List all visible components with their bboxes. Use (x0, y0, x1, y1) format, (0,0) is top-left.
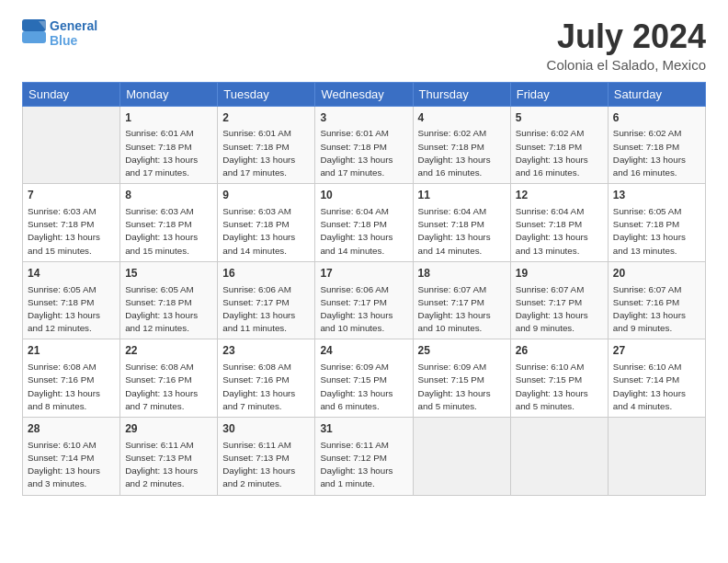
calendar-cell (23, 106, 120, 184)
day-number: 27 (613, 343, 700, 359)
weekday-header-tuesday: Tuesday (218, 82, 315, 106)
day-info: Sunrise: 6:05 AMSunset: 7:18 PMDaylight:… (613, 205, 700, 258)
day-info: Sunrise: 6:03 AMSunset: 7:18 PMDaylight:… (28, 205, 115, 258)
day-number: 11 (418, 188, 506, 203)
calendar-cell: 25Sunrise: 6:09 AMSunset: 7:15 PMDayligh… (413, 339, 510, 418)
calendar-cell: 6Sunrise: 6:02 AMSunset: 7:18 PMDaylight… (608, 106, 705, 184)
day-info: Sunrise: 6:02 AMSunset: 7:18 PMDaylight:… (613, 127, 700, 179)
day-info: Sunrise: 6:11 AMSunset: 7:12 PMDaylight:… (320, 439, 407, 491)
logo-text-blue: Blue (50, 33, 77, 48)
day-info: Sunrise: 6:02 AMSunset: 7:18 PMDaylight:… (516, 127, 603, 179)
calendar-week-2: 7Sunrise: 6:03 AMSunset: 7:18 PMDaylight… (23, 184, 706, 262)
day-number: 3 (320, 110, 407, 126)
calendar-cell: 11Sunrise: 6:04 AMSunset: 7:18 PMDayligh… (413, 184, 510, 262)
logo-text-general: General (50, 18, 97, 33)
day-number: 9 (222, 188, 310, 203)
calendar-cell: 5Sunrise: 6:02 AMSunset: 7:18 PMDaylight… (510, 106, 608, 184)
day-info: Sunrise: 6:04 AMSunset: 7:18 PMDaylight:… (320, 205, 407, 258)
day-info: Sunrise: 6:03 AMSunset: 7:18 PMDaylight:… (125, 205, 212, 258)
day-number: 13 (613, 188, 700, 203)
day-number: 4 (418, 110, 506, 126)
day-number: 23 (222, 343, 310, 359)
logo-icon (22, 19, 46, 43)
day-number: 26 (516, 343, 603, 359)
day-number: 14 (28, 266, 115, 282)
day-info: Sunrise: 6:06 AMSunset: 7:17 PMDaylight:… (222, 283, 310, 336)
calendar-cell (608, 418, 705, 496)
calendar-cell: 18Sunrise: 6:07 AMSunset: 7:17 PMDayligh… (413, 261, 510, 339)
day-info: Sunrise: 6:11 AMSunset: 7:13 PMDaylight:… (222, 439, 310, 491)
day-number: 21 (28, 343, 115, 359)
day-number: 31 (320, 421, 407, 437)
calendar-cell: 4Sunrise: 6:02 AMSunset: 7:18 PMDaylight… (413, 106, 510, 184)
day-info: Sunrise: 6:09 AMSunset: 7:15 PMDaylight:… (418, 361, 506, 413)
calendar-cell: 28Sunrise: 6:10 AMSunset: 7:14 PMDayligh… (23, 418, 120, 496)
day-number: 25 (418, 343, 506, 359)
calendar-cell (413, 418, 510, 496)
title-block: July 2024 Colonia el Salado, Mexico (547, 18, 706, 73)
day-info: Sunrise: 6:07 AMSunset: 7:16 PMDaylight:… (613, 283, 700, 336)
calendar-week-3: 14Sunrise: 6:05 AMSunset: 7:18 PMDayligh… (23, 261, 706, 339)
day-info: Sunrise: 6:05 AMSunset: 7:18 PMDaylight:… (28, 283, 115, 336)
calendar-week-4: 21Sunrise: 6:08 AMSunset: 7:16 PMDayligh… (23, 339, 706, 418)
day-number: 19 (516, 266, 603, 282)
calendar-cell: 14Sunrise: 6:05 AMSunset: 7:18 PMDayligh… (23, 261, 120, 339)
calendar-cell: 26Sunrise: 6:10 AMSunset: 7:15 PMDayligh… (510, 339, 608, 418)
day-number: 6 (613, 110, 700, 126)
calendar-cell: 13Sunrise: 6:05 AMSunset: 7:18 PMDayligh… (608, 184, 705, 262)
day-number: 29 (125, 421, 212, 437)
calendar-week-1: 1Sunrise: 6:01 AMSunset: 7:18 PMDaylight… (23, 106, 706, 184)
weekday-header-sunday: Sunday (23, 82, 120, 106)
day-info: Sunrise: 6:07 AMSunset: 7:17 PMDaylight:… (418, 283, 506, 336)
day-info: Sunrise: 6:08 AMSunset: 7:16 PMDaylight:… (125, 361, 212, 413)
page-subtitle: Colonia el Salado, Mexico (547, 57, 706, 73)
logo: General Blue (22, 18, 97, 48)
day-number: 7 (28, 188, 115, 203)
day-info: Sunrise: 6:10 AMSunset: 7:14 PMDaylight:… (28, 439, 115, 491)
header: General Blue July 2024 Colonia el Salado… (22, 18, 706, 73)
calendar-cell: 29Sunrise: 6:11 AMSunset: 7:13 PMDayligh… (120, 418, 218, 496)
calendar-cell: 21Sunrise: 6:08 AMSunset: 7:16 PMDayligh… (23, 339, 120, 418)
day-number: 12 (516, 188, 603, 203)
day-info: Sunrise: 6:08 AMSunset: 7:16 PMDaylight:… (222, 361, 310, 413)
weekday-header-row: SundayMondayTuesdayWednesdayThursdayFrid… (23, 82, 706, 106)
day-info: Sunrise: 6:10 AMSunset: 7:14 PMDaylight:… (613, 361, 700, 413)
calendar-cell: 16Sunrise: 6:06 AMSunset: 7:17 PMDayligh… (218, 261, 315, 339)
calendar-cell: 30Sunrise: 6:11 AMSunset: 7:13 PMDayligh… (218, 418, 315, 496)
day-info: Sunrise: 6:01 AMSunset: 7:18 PMDaylight:… (222, 127, 310, 179)
day-info: Sunrise: 6:06 AMSunset: 7:17 PMDaylight:… (320, 283, 407, 336)
day-number: 24 (320, 343, 407, 359)
day-number: 16 (222, 266, 310, 282)
calendar-table: SundayMondayTuesdayWednesdayThursdayFrid… (22, 82, 706, 496)
page-title: July 2024 (547, 18, 706, 55)
svg-rect-1 (22, 31, 46, 43)
day-info: Sunrise: 6:04 AMSunset: 7:18 PMDaylight:… (418, 205, 506, 258)
weekday-header-wednesday: Wednesday (315, 82, 413, 106)
day-info: Sunrise: 6:08 AMSunset: 7:16 PMDaylight:… (28, 361, 115, 413)
day-number: 1 (125, 110, 212, 126)
day-info: Sunrise: 6:11 AMSunset: 7:13 PMDaylight:… (125, 439, 212, 491)
day-info: Sunrise: 6:02 AMSunset: 7:18 PMDaylight:… (418, 127, 506, 179)
day-info: Sunrise: 6:03 AMSunset: 7:18 PMDaylight:… (222, 205, 310, 258)
day-number: 5 (516, 110, 603, 126)
calendar-cell: 17Sunrise: 6:06 AMSunset: 7:17 PMDayligh… (315, 261, 413, 339)
calendar-cell: 1Sunrise: 6:01 AMSunset: 7:18 PMDaylight… (120, 106, 218, 184)
day-number: 8 (125, 188, 212, 203)
weekday-header-monday: Monday (120, 82, 218, 106)
calendar-cell: 20Sunrise: 6:07 AMSunset: 7:16 PMDayligh… (608, 261, 705, 339)
calendar-cell: 23Sunrise: 6:08 AMSunset: 7:16 PMDayligh… (218, 339, 315, 418)
day-info: Sunrise: 6:01 AMSunset: 7:18 PMDaylight:… (125, 127, 212, 179)
day-number: 28 (28, 421, 115, 437)
day-number: 30 (222, 421, 310, 437)
day-info: Sunrise: 6:07 AMSunset: 7:17 PMDaylight:… (516, 283, 603, 336)
calendar-cell: 19Sunrise: 6:07 AMSunset: 7:17 PMDayligh… (510, 261, 608, 339)
calendar-cell: 3Sunrise: 6:01 AMSunset: 7:18 PMDaylight… (315, 106, 413, 184)
day-number: 18 (418, 266, 506, 282)
page: General Blue July 2024 Colonia el Salado… (0, 0, 728, 563)
calendar-cell: 31Sunrise: 6:11 AMSunset: 7:12 PMDayligh… (315, 418, 413, 496)
day-number: 15 (125, 266, 212, 282)
calendar-cell: 15Sunrise: 6:05 AMSunset: 7:18 PMDayligh… (120, 261, 218, 339)
day-number: 20 (613, 266, 700, 282)
calendar-cell: 24Sunrise: 6:09 AMSunset: 7:15 PMDayligh… (315, 339, 413, 418)
day-number: 2 (222, 110, 310, 126)
